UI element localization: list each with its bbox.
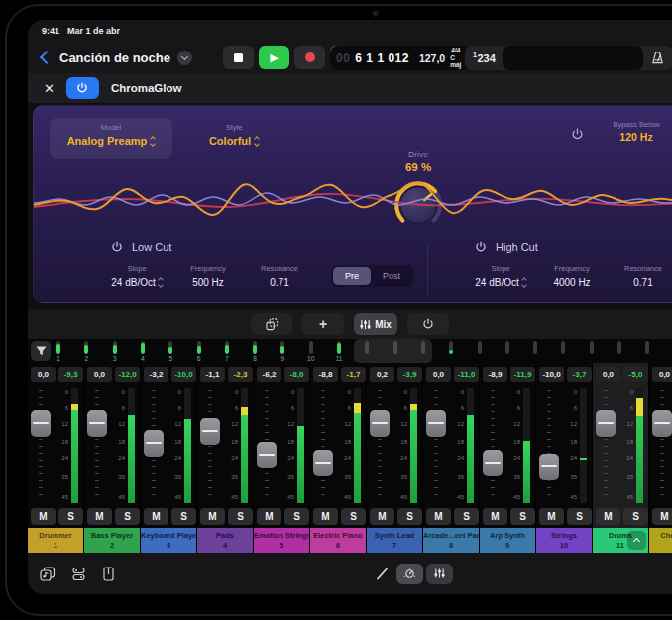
- solo-button[interactable]: S: [341, 508, 366, 525]
- plugin-power-button[interactable]: [66, 77, 99, 99]
- solo-button[interactable]: S: [171, 508, 196, 525]
- nav-slot[interactable]: 3: [111, 341, 119, 362]
- lcd-display[interactable]: 00 6 1 1 012 127,0 4/4 C maj In Out MIDI: [330, 46, 471, 70]
- fader-db-value[interactable]: 0,0: [596, 367, 620, 382]
- nav-slot[interactable]: 1: [55, 341, 62, 362]
- track-tag[interactable]: Drums 11: [593, 528, 648, 553]
- solo-button[interactable]: S: [397, 508, 422, 525]
- mute-button[interactable]: M: [87, 508, 112, 525]
- collapse-chevron-button[interactable]: [627, 531, 646, 550]
- low-cut-power-button[interactable]: [111, 241, 123, 253]
- track-tag[interactable]: Keyboard Player 3: [141, 528, 196, 553]
- bypass-power-button[interactable]: [571, 128, 584, 141]
- fader-handle[interactable]: [144, 430, 164, 457]
- duplicate-button[interactable]: [251, 313, 292, 335]
- peak-db-value[interactable]: -12,0: [115, 367, 140, 382]
- style-selector[interactable]: Style Colorful: [184, 118, 283, 159]
- pre-button[interactable]: Pre: [333, 267, 371, 285]
- mute-button[interactable]: M: [313, 508, 338, 525]
- track-tag[interactable]: Arp Synth 9: [480, 528, 535, 553]
- nav-slot[interactable]: 11: [335, 341, 343, 362]
- nav-slot[interactable]: [643, 341, 651, 354]
- peak-db-value[interactable]: -9,3: [58, 367, 83, 382]
- fader-db-value[interactable]: 0,0: [426, 367, 451, 382]
- fader-handle[interactable]: [483, 450, 503, 476]
- song-menu-button[interactable]: [177, 51, 192, 65]
- high-cut-power-button[interactable]: [475, 241, 487, 253]
- bypass-below-control[interactable]: Bypass Below 120 Hz: [595, 120, 672, 143]
- nav-slot[interactable]: [476, 341, 484, 354]
- fader-handle[interactable]: [87, 410, 107, 437]
- pencil-button[interactable]: [375, 567, 390, 581]
- play-button[interactable]: ▶: [259, 46, 289, 69]
- nav-slot[interactable]: 7: [223, 341, 231, 362]
- peak-db-value[interactable]: -1,7: [341, 367, 366, 382]
- nav-slot[interactable]: 8: [251, 341, 259, 362]
- peak-db-value[interactable]: -2,3: [228, 367, 253, 382]
- mute-button[interactable]: M: [370, 508, 394, 525]
- close-icon[interactable]: ✕: [44, 81, 55, 96]
- low-cut-slope[interactable]: Slope 24 dB/Oct: [111, 264, 163, 288]
- keyboard-button[interactable]: [102, 567, 115, 581]
- low-cut-frequency[interactable]: Frequency 500 Hz: [182, 264, 234, 288]
- solo-button[interactable]: S: [567, 508, 592, 525]
- nav-window[interactable]: [354, 339, 432, 363]
- track-tag[interactable]: Bass Player 2: [84, 528, 140, 553]
- peak-db-value[interactable]: -3,9: [397, 367, 422, 382]
- track-tag[interactable]: Drummer 1: [28, 528, 83, 553]
- mixer-power-button[interactable]: [407, 313, 449, 335]
- nav-slot[interactable]: 4: [139, 341, 147, 362]
- faders-view-button[interactable]: [426, 564, 453, 584]
- solo-button[interactable]: S: [454, 508, 479, 525]
- fader-db-value[interactable]: -1,1: [200, 367, 225, 382]
- track-tag[interactable]: Emotion Strings 5: [254, 528, 309, 553]
- post-button[interactable]: Post: [371, 267, 412, 285]
- count-in-button[interactable]: 1234: [473, 52, 496, 64]
- nav-slot[interactable]: 5: [167, 341, 174, 362]
- fader-handle[interactable]: [313, 450, 333, 476]
- fader-handle[interactable]: [596, 410, 616, 437]
- peak-db-value[interactable]: -3,7: [567, 367, 592, 382]
- model-selector[interactable]: Model Analog Preamp: [50, 118, 172, 159]
- nav-slot[interactable]: [531, 341, 539, 354]
- fader-handle[interactable]: [31, 410, 51, 437]
- low-cut-resonance[interactable]: Resonance 0.71: [254, 264, 305, 288]
- fader-db-value[interactable]: 0,0: [87, 367, 112, 382]
- fader-db-value[interactable]: -3,2: [144, 367, 168, 382]
- nav-slot[interactable]: 2: [82, 341, 90, 362]
- metronome-button[interactable]: [650, 51, 665, 65]
- fader-handle[interactable]: [200, 418, 220, 445]
- fader-handle[interactable]: [257, 442, 277, 468]
- track-tag[interactable]: Synth Lead 7: [367, 528, 422, 553]
- stop-button[interactable]: [223, 46, 254, 69]
- plugins-button[interactable]: [71, 567, 86, 581]
- fader-db-value[interactable]: -10,0: [539, 367, 564, 382]
- track-tag[interactable]: Strings 10: [536, 528, 592, 553]
- fader-db-value[interactable]: 0,2: [370, 367, 394, 382]
- track-tag[interactable]: Pads 4: [197, 528, 253, 553]
- controls-view-button[interactable]: [396, 564, 423, 584]
- loop-browser-button[interactable]: [40, 567, 56, 581]
- mute-button[interactable]: M: [652, 508, 672, 525]
- track-tag[interactable]: Electric Piano 6: [310, 528, 366, 553]
- mute-button[interactable]: M: [596, 508, 620, 525]
- fader-db-value[interactable]: -8,9: [483, 367, 507, 382]
- high-cut-frequency[interactable]: Frequency 4000 Hz: [546, 264, 598, 288]
- solo-button[interactable]: S: [115, 508, 140, 525]
- peak-db-value[interactable]: -11,9: [510, 367, 535, 382]
- add-button[interactable]: +: [302, 313, 344, 335]
- mute-button[interactable]: M: [539, 508, 564, 525]
- track-tag[interactable]: Arcade...eet Pad 8: [423, 528, 479, 553]
- peak-db-value[interactable]: -5,0: [623, 367, 648, 382]
- solo-button[interactable]: S: [284, 508, 309, 525]
- solo-button[interactable]: S: [58, 508, 83, 525]
- mute-button[interactable]: M: [257, 508, 281, 525]
- fader-db-value[interactable]: -6,2: [257, 367, 281, 382]
- solo-button[interactable]: S: [623, 508, 648, 525]
- fader-db-value[interactable]: -8,8: [313, 367, 338, 382]
- nav-slot[interactable]: 6: [195, 341, 203, 362]
- record-button[interactable]: [294, 46, 325, 69]
- nav-slot[interactable]: [504, 341, 511, 354]
- high-cut-resonance[interactable]: Resonance 0.71: [617, 264, 669, 288]
- solo-button[interactable]: S: [228, 508, 253, 525]
